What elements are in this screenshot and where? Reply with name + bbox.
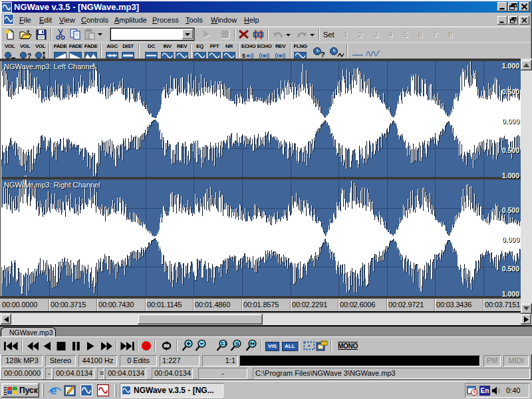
svg-text:?: ? [321,51,325,58]
svg-text:e: e [51,384,57,397]
svg-text:S: S [235,341,239,347]
svg-text:1:1: 1:1 [221,341,227,346]
